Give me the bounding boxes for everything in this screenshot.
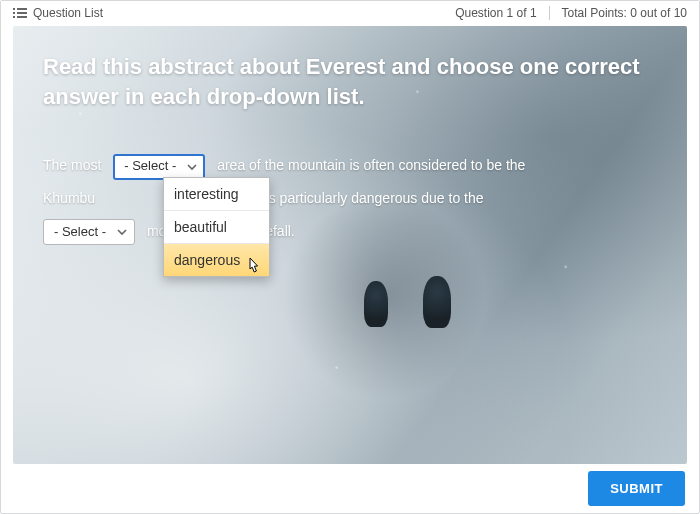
background-figure (423, 276, 451, 328)
cursor-pointer-icon (244, 256, 262, 278)
divider (549, 6, 550, 20)
question-list-label: Question List (33, 6, 103, 20)
svg-rect-5 (17, 16, 27, 18)
dropdown-option[interactable]: interesting (164, 178, 269, 210)
list-icon (13, 7, 27, 19)
svg-rect-1 (17, 8, 27, 10)
dropdown-options-list: interesting beautiful dangerous (163, 177, 270, 277)
background-figure (364, 281, 388, 327)
question-background: Read this abstract about Everest and cho… (13, 26, 687, 464)
points-label: Total Points: 0 out of 10 (562, 6, 687, 20)
dropdown-option[interactable]: dangerous (164, 243, 269, 276)
dropdown-1[interactable]: - Select - (113, 154, 205, 180)
question-counter: Question 1 of 1 (455, 6, 536, 20)
dropdown-option[interactable]: beautiful (164, 210, 269, 243)
chevron-down-icon (116, 226, 128, 238)
question-list-link[interactable]: Question List (13, 6, 103, 20)
dropdown-option-label: dangerous (174, 252, 240, 268)
question-body: The most - Select - area of the mountain… (43, 150, 657, 246)
text-fragment: area of the mountain is often considered… (217, 157, 525, 173)
footer-bar: SUBMIT (1, 464, 699, 513)
dropdown-value: - Select - (54, 218, 106, 247)
submit-button[interactable]: SUBMIT (588, 471, 685, 506)
text-fragment: Khumbu (43, 190, 95, 206)
svg-rect-4 (13, 16, 15, 18)
quiz-panel: Question List Question 1 of 1 Total Poin… (0, 0, 700, 514)
text-fragment: The most (43, 157, 101, 173)
question-title: Read this abstract about Everest and cho… (43, 52, 657, 111)
dropdown-3[interactable]: - Select - (43, 219, 135, 245)
svg-rect-2 (13, 12, 15, 14)
svg-rect-3 (17, 12, 27, 14)
top-bar: Question List Question 1 of 1 Total Poin… (1, 1, 699, 26)
chevron-down-icon (186, 161, 198, 173)
svg-rect-0 (13, 8, 15, 10)
